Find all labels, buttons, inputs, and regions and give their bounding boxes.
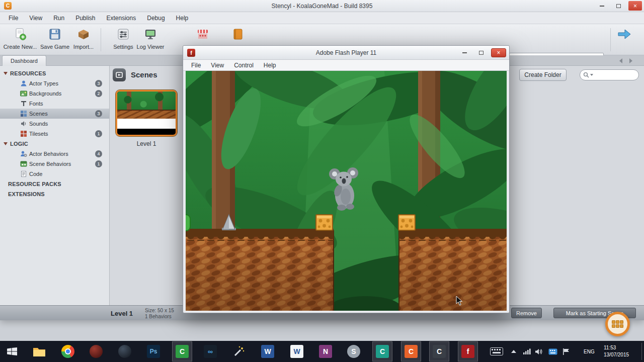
import-button[interactable]: Import... (64, 28, 103, 50)
red-sphere-icon (90, 345, 103, 358)
create-new-button[interactable]: Create New... (1, 28, 39, 50)
windows-logo-icon (7, 347, 17, 355)
chrome-logo-icon (61, 345, 74, 358)
honey-block-1 (316, 215, 333, 230)
infinity-app-icon[interactable]: ∞ (200, 341, 220, 361)
sidebar-header-logic[interactable]: LOGIC (0, 139, 109, 149)
taskbar-clock[interactable]: 11:53 13/07/2015 (604, 344, 629, 358)
flash-menu-control[interactable]: Control (229, 62, 259, 69)
sidebar-item-code[interactable]: Code (0, 169, 109, 179)
flash-menu-view[interactable]: View (206, 62, 229, 69)
scene-size-text: Size: 50 x 15 (145, 308, 174, 314)
word-icon[interactable]: W (258, 341, 278, 361)
flash-minimize-button[interactable] (458, 48, 471, 57)
stencyl-app-icon: C (4, 2, 12, 10)
count-badge: 2 (95, 90, 102, 97)
folder-icon (33, 346, 46, 357)
maximize-icon (616, 4, 621, 8)
sidebar-item-sounds[interactable]: Sounds (0, 119, 109, 129)
skype-icon[interactable]: S (344, 341, 364, 361)
backgrounds-icon (20, 90, 27, 97)
tab-scroll-right-icon[interactable] (629, 58, 632, 63)
start-button[interactable] (2, 341, 22, 361)
scene-behaviors-text: 1 Behaviors (145, 314, 172, 320)
menu-publish[interactable]: Publish (70, 12, 101, 24)
on-screen-keyboard-icon[interactable] (487, 341, 507, 361)
actor-types-icon (20, 80, 27, 87)
flash-player-window: f Adobe Flash Player 11 × File View Cont… (183, 45, 510, 313)
flash-maximize-button[interactable] (474, 48, 488, 57)
sidebar-item-backgrounds[interactable]: Backgrounds 2 (0, 88, 109, 99)
flash-player-taskbar-icon[interactable]: f (458, 341, 478, 361)
sidebar-item-tilesets[interactable]: Tilesets 1 (0, 129, 109, 139)
close-button[interactable]: × (628, 1, 642, 11)
browser-dark-icon[interactable] (115, 341, 135, 361)
collapse-triangle-icon (4, 142, 8, 145)
search-icon (583, 72, 589, 78)
photoshop-icon[interactable]: Ps (143, 341, 164, 361)
flash-menu-file[interactable]: File (186, 62, 206, 69)
flash-menu-help[interactable]: Help (259, 62, 281, 69)
search-box[interactable] (580, 69, 639, 80)
onenote-icon[interactable]: N (315, 341, 336, 361)
search-input[interactable] (593, 72, 633, 78)
stencyl-teal-icon[interactable]: C (372, 341, 392, 361)
game-viewport[interactable] (186, 71, 507, 311)
menu-view[interactable]: View (24, 12, 48, 24)
remove-button[interactable]: Remove (511, 308, 542, 318)
scenes-panel-icon (113, 68, 126, 81)
signal-bars-icon (523, 348, 531, 354)
ime-keyboard-tray-icon[interactable] (548, 341, 557, 362)
sidebar: RESOURCES Actor Types 3 Backgrounds 2 Fo… (0, 66, 110, 305)
volume-tray-icon[interactable] (535, 341, 542, 362)
stencyl-dark-icon[interactable]: C (429, 341, 449, 361)
chrome-icon[interactable] (58, 341, 78, 361)
log-viewer-button[interactable]: Log Viewer (131, 28, 170, 50)
stencyl-green-icon[interactable]: C (172, 341, 192, 361)
sidebar-item-scenes[interactable]: Scenes 3 (0, 109, 109, 119)
tab-dashboard[interactable]: Dashboard (2, 55, 46, 66)
word-alt-icon[interactable]: W (287, 341, 307, 361)
menu-extensions[interactable]: Extensions (101, 12, 142, 24)
count-badge: 3 (95, 110, 102, 117)
sidebar-item-scene-behaviors[interactable]: Scene Behaviors 1 (0, 159, 109, 169)
sidebar-header-resource-packs[interactable]: RESOURCE PACKS (0, 179, 109, 189)
tray-expand-button[interactable] (511, 341, 516, 362)
titlebar: C Stencyl - KoalaGoneMad - Build 8395 × (0, 0, 644, 12)
action-center-tray-icon[interactable] (562, 341, 570, 362)
close-icon: × (633, 3, 637, 9)
sidebar-header-extensions[interactable]: EXTENSIONS (0, 189, 109, 199)
menu-debug[interactable]: Debug (141, 12, 170, 24)
menu-help[interactable]: Help (171, 12, 194, 24)
collapse-triangle-icon (4, 72, 8, 75)
sidebar-item-fonts[interactable]: Fonts (0, 99, 109, 109)
wand-icon (233, 345, 245, 357)
close-icon: × (497, 50, 500, 56)
stencylforge-button[interactable] (194, 28, 212, 41)
browser-red-icon[interactable] (86, 341, 106, 361)
resource-pack-button[interactable] (229, 28, 247, 41)
import-icon (77, 28, 90, 41)
test-game-button[interactable] (613, 28, 635, 41)
sidebar-item-actor-types[interactable]: Actor Types 3 (0, 78, 109, 88)
tab-scroll-left-icon[interactable] (619, 58, 622, 63)
sidebar-header-resources[interactable]: RESOURCES (0, 68, 109, 78)
stencyl-orange-icon[interactable]: C (401, 341, 421, 361)
menu-file[interactable]: File (3, 12, 24, 24)
file-explorer-icon[interactable] (29, 341, 49, 361)
menu-run[interactable]: Run (48, 12, 70, 24)
maximize-button[interactable] (612, 1, 625, 11)
show-desktop-button[interactable] (641, 343, 644, 360)
language-indicator[interactable]: ENG (584, 341, 595, 362)
flash-titlebar: f Adobe Flash Player 11 × (183, 46, 509, 60)
flash-close-button[interactable]: × (491, 48, 506, 57)
scene-thumbnail-level-1[interactable] (116, 90, 177, 136)
create-folder-button[interactable]: Create Folder (519, 69, 567, 81)
dark-sphere-icon (118, 345, 131, 358)
scenes-icon (20, 110, 27, 117)
create-new-icon (14, 28, 27, 41)
network-tray-icon[interactable] (523, 341, 531, 362)
repair-tool-icon[interactable] (229, 341, 249, 361)
sidebar-item-actor-behaviors[interactable]: Actor Behaviors 4 (0, 149, 109, 159)
minimize-button[interactable] (595, 1, 609, 11)
